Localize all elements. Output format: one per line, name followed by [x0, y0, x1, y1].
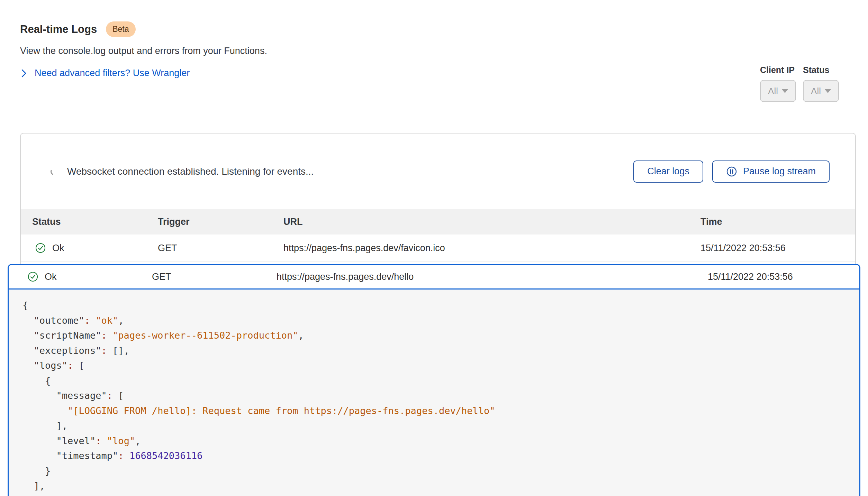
time-cell: 15/11/2022 20:53:56 [700, 243, 855, 254]
wrangler-advanced-filters-link[interactable]: Need advanced filters? Use Wrangler [20, 68, 190, 79]
client-ip-filter-value: All [768, 86, 778, 97]
status-cell: Ok [32, 242, 158, 254]
status-label: Ok [45, 272, 57, 282]
caret-down-icon [825, 89, 831, 93]
column-header-status: Status [32, 217, 158, 227]
spinner-icon [50, 167, 59, 176]
trigger-cell: GET [158, 243, 283, 254]
client-ip-filter-label: Client IP [760, 65, 796, 75]
clear-logs-button-label: Clear logs [647, 166, 689, 177]
page-title: Real-time Logs [20, 23, 97, 36]
client-ip-filter-group: Client IP All [760, 65, 796, 102]
column-header-time: Time [700, 217, 855, 227]
column-header-trigger: Trigger [158, 217, 283, 227]
websocket-status: Websocket connection established. Listen… [50, 166, 314, 177]
chevron-right-icon [20, 68, 28, 79]
log-table-row-selected[interactable]: Ok GET https://pages-fns.pages.dev/hello… [9, 265, 859, 290]
log-filters: Client IP All Status All [760, 65, 839, 102]
client-ip-filter-dropdown[interactable]: All [760, 80, 796, 102]
status-filter-value: All [811, 86, 821, 97]
clear-logs-button[interactable]: Clear logs [633, 160, 703, 183]
websocket-status-message: Websocket connection established. Listen… [67, 166, 314, 177]
wrangler-link-label: Need advanced filters? Use Wrangler [35, 68, 190, 79]
beta-badge: Beta [106, 21, 135, 37]
status-cell: Ok [25, 271, 152, 282]
page-header: Real-time Logs Beta [20, 21, 136, 37]
pause-circle-icon [726, 166, 737, 177]
status-label: Ok [52, 243, 64, 254]
pause-log-stream-button-label: Pause log stream [743, 166, 816, 177]
url-cell: https://pages-fns.pages.dev/hello [277, 272, 698, 282]
status-filter-group: Status All [803, 65, 839, 102]
trigger-cell: GET [152, 272, 277, 282]
json-viewer: { "outcome": "ok", "scriptName": "pages-… [9, 290, 859, 496]
pause-log-stream-button[interactable]: Pause log stream [712, 160, 830, 183]
url-cell: https://pages-fns.pages.dev/favicon.ico [283, 243, 700, 254]
time-cell: 15/11/2022 20:53:56 [698, 272, 859, 282]
log-table-header: Status Trigger URL Time [21, 209, 855, 235]
status-filter-label: Status [803, 65, 839, 75]
status-filter-dropdown[interactable]: All [803, 80, 839, 102]
caret-down-icon [782, 89, 788, 93]
column-header-url: URL [283, 217, 700, 227]
check-circle-icon [27, 271, 38, 282]
selected-log-entry: Ok GET https://pages-fns.pages.dev/hello… [8, 264, 860, 496]
check-circle-icon [35, 242, 46, 254]
page-subtitle: View the console.log output and errors f… [20, 46, 267, 56]
toolbar-buttons: Clear logs Pause log stream [633, 160, 830, 183]
log-table-row[interactable]: Ok GET https://pages-fns.pages.dev/favic… [21, 235, 855, 262]
log-toolbar: Websocket connection established. Listen… [21, 134, 855, 209]
